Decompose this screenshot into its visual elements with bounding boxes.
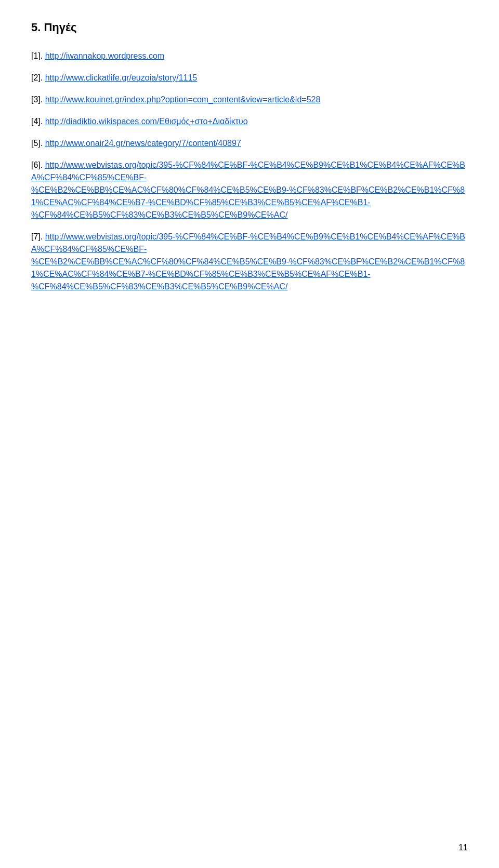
list-item: [5]. http://www.onair24.gr/news/category… <box>31 137 468 150</box>
ref-number-7: [7]. <box>31 232 43 241</box>
list-item: [2]. http://www.clickatlife.gr/euzoia/st… <box>31 72 468 84</box>
ref-link-3[interactable]: http://www.kouinet.gr/index.php?option=c… <box>45 95 321 104</box>
ref-number-4: [4]. <box>31 117 43 126</box>
list-item: [7]. http://www.webvistas.org/topic/395-… <box>31 231 468 293</box>
ref-link-1[interactable]: http://iwannakop.wordpress.com <box>45 51 164 60</box>
ref-number-1: [1]. <box>31 51 43 60</box>
ref-number-2: [2]. <box>31 73 43 82</box>
references-list: [1]. http://iwannakop.wordpress.com [2].… <box>31 50 468 293</box>
list-item: [1]. http://iwannakop.wordpress.com <box>31 50 468 62</box>
list-item: [4]. http://diadiktio.wikispaces.com/Εθι… <box>31 115 468 128</box>
ref-link-4[interactable]: http://diadiktio.wikispaces.com/Εθισμός+… <box>45 117 248 126</box>
ref-number-5: [5]. <box>31 139 43 148</box>
ref-link-7[interactable]: http://www.webvistas.org/topic/395-%CF%8… <box>31 232 465 291</box>
ref-link-5[interactable]: http://www.onair24.gr/news/category/7/co… <box>45 139 241 148</box>
ref-link-6[interactable]: http://www.webvistas.org/topic/395-%CF%8… <box>31 161 465 219</box>
page-number: 11 <box>458 843 468 852</box>
ref-link-2[interactable]: http://www.clickatlife.gr/euzoia/story/1… <box>45 73 198 82</box>
ref-number-6: [6]. <box>31 161 43 169</box>
section-heading: 5. Πηγές <box>31 21 468 34</box>
ref-number-3: [3]. <box>31 95 43 104</box>
list-item: [3]. http://www.kouinet.gr/index.php?opt… <box>31 94 468 106</box>
list-item: [6]. http://www.webvistas.org/topic/395-… <box>31 159 468 221</box>
